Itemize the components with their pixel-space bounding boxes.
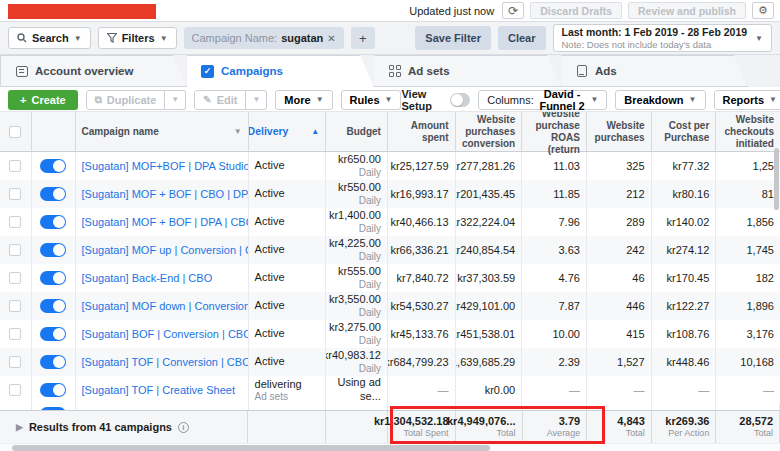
header-amount-spent[interactable]: Amount spent [388, 112, 456, 151]
campaign-name-cell: [Sugatan] BOF | Conversion | CBO [76, 320, 249, 348]
campaign-name-link[interactable]: [Sugatan] MOF up | Conversion | CBO [82, 244, 249, 256]
header-purchases-conversion-value[interactable]: Website purchases conversion [456, 112, 523, 151]
duplicate-button[interactable]: ⧉ Duplicate [86, 90, 166, 110]
more-dropdown[interactable]: More ▼ [275, 90, 332, 110]
edit-button[interactable]: ✎ Edit [194, 90, 246, 110]
select-all-checkbox[interactable] [9, 126, 21, 138]
add-filter-button[interactable]: + [351, 27, 375, 49]
edit-caret-button[interactable]: ▼ [246, 90, 267, 110]
ads-icon [575, 65, 588, 78]
tab-ads[interactable]: Ads [561, 55, 748, 87]
horizontal-scrollbar-thumb[interactable] [12, 445, 490, 451]
save-filter-button[interactable]: Save Filter [415, 26, 491, 50]
budget-value: kr4,225.00 [329, 237, 381, 251]
row-checkbox[interactable] [9, 356, 21, 368]
row-toggle-cell [32, 320, 76, 348]
columns-dropdown[interactable]: Columns: David - Funnel 2 ▼ [478, 90, 607, 110]
budget-type: Daily [359, 363, 381, 376]
breakdown-label: Breakdown [624, 94, 683, 106]
campaign-name-link[interactable]: [Sugatan] MOF + BOF | DPA | CBO | Worldw… [82, 216, 249, 228]
breakdown-dropdown[interactable]: Breakdown ▼ [615, 90, 705, 110]
row-checkbox[interactable] [9, 272, 21, 284]
campaign-name-link[interactable]: [Sugatan] TOF | Creative Sheet [82, 384, 235, 396]
tab-campaigns[interactable]: ✓ Campaigns [187, 55, 374, 87]
create-button[interactable]: + Create [8, 90, 78, 110]
vertical-scrollbar-thumb[interactable] [774, 148, 779, 210]
campaign-toggle[interactable] [40, 243, 66, 257]
header-label: Website purchases [593, 120, 645, 144]
campaign-toggle[interactable] [40, 327, 66, 341]
review-and-publish-button[interactable]: Review and publish [628, 2, 746, 19]
budget-value: kr555.00 [338, 265, 381, 279]
campaign-toggle[interactable] [40, 159, 66, 173]
tab-ad-sets[interactable]: Ad sets [374, 55, 561, 87]
tab-account-overview[interactable]: Account overview [0, 55, 187, 87]
delivery-status: Active [255, 243, 320, 257]
purchases-cell: 242 [587, 236, 652, 264]
toolbar-right: View Setup Columns: David - Funnel 2 ▼ B… [401, 88, 780, 112]
campaign-toggle[interactable] [40, 271, 66, 285]
duplicate-icon: ⧉ [95, 94, 102, 106]
discard-drafts-button[interactable]: Discard Drafts [530, 2, 622, 19]
campaign-toggle[interactable] [40, 383, 66, 397]
header-delivery[interactable]: Delivery ▲ [249, 112, 327, 151]
duplicate-button-group: ⧉ Duplicate ▼ [86, 90, 187, 110]
settings-button[interactable]: ⚙ [752, 2, 774, 19]
header-checkouts-initiated[interactable]: Website checkouts initiated [716, 112, 780, 151]
search-dropdown[interactable]: Search ▼ [8, 27, 91, 49]
campaign-name-link[interactable]: [Sugatan] MOF + BOF | CBO | DPA UGC | [82, 188, 249, 200]
conversion-value-cell: kr1,639,685.29 [456, 348, 523, 376]
reports-dropdown[interactable]: Reports ▼ [714, 90, 780, 110]
row-checkbox[interactable] [9, 160, 21, 172]
chevron-down-icon: ▼ [160, 34, 168, 43]
duplicate-caret-button[interactable]: ▼ [165, 90, 186, 110]
date-range-dropdown[interactable]: Last month: 1 Feb 2019 - 28 Feb 2019 Not… [553, 24, 773, 52]
view-setup-toggle[interactable] [450, 93, 470, 107]
footer-average-roas: 3.79 Average [523, 411, 588, 443]
campaign-toggle[interactable] [40, 299, 66, 313]
cost-per-purchase-cell: kr140.02 [652, 208, 717, 236]
header-website-purchases[interactable]: Website purchases [587, 112, 652, 151]
results-summary[interactable]: ▶ Results from 41 campaigns i [0, 411, 248, 443]
horizontal-scrollbar[interactable] [0, 443, 780, 451]
campaign-toggle[interactable] [40, 355, 66, 369]
row-checkbox[interactable] [9, 384, 21, 396]
campaign-toggle[interactable] [40, 215, 66, 229]
row-checkbox[interactable] [9, 188, 21, 200]
campaign-toggle[interactable] [40, 187, 66, 201]
campaign-toggle[interactable] [40, 407, 66, 410]
header-cost-per-purchase[interactable]: Cost per Purchase [652, 112, 717, 151]
row-checkbox[interactable] [9, 300, 21, 312]
purchases-cell: 446 [587, 292, 652, 320]
clear-filter-button[interactable]: Clear [498, 26, 546, 50]
campaign-name-link[interactable]: [Sugatan] MOF+BOF | DPA Studio | CBO | [82, 160, 249, 172]
header-label: Website checkouts initiated [722, 114, 774, 150]
remove-filter-icon[interactable]: ✕ [327, 33, 335, 44]
filters-dropdown[interactable]: Filters ▼ [98, 27, 177, 49]
row-checkbox[interactable] [9, 244, 21, 256]
total-value: kr269.36 [665, 415, 709, 429]
delivery-status: Active [255, 327, 320, 341]
rules-dropdown[interactable]: Rules ▼ [341, 90, 402, 110]
campaign-name-link[interactable]: [Sugatan] MOF down | Conversion | CBO [82, 300, 249, 312]
refresh-button[interactable]: ⟳ [502, 2, 524, 19]
header-purchase-roas[interactable]: Website purchase ROAS (return [522, 112, 587, 151]
campaign-name-link[interactable]: [Sugatan] BOF | Conversion | CBO [82, 328, 249, 340]
budget-cell: kr3,550.00Daily [326, 292, 388, 320]
header-budget[interactable]: Budget [326, 112, 388, 151]
checkouts-cell: 1,896 [716, 292, 780, 320]
expand-icon[interactable]: ▶ [16, 422, 23, 432]
chevron-down-icon: ▼ [755, 34, 763, 43]
header-campaign-name[interactable]: Campaign name ▼ [76, 112, 249, 151]
row-checkbox[interactable] [9, 328, 21, 340]
purchases-cell: 1,527 [587, 348, 652, 376]
filter-chip-campaign-name[interactable]: Campaign Name: sugatan ✕ [184, 27, 344, 49]
campaign-name-link[interactable]: [Sugatan] Back-End | CBO [82, 272, 213, 284]
campaign-name-cell: [Sugatan] MOF + BOF | CBO | DPA UGC | [76, 180, 249, 208]
purchases-cell: 415 [587, 320, 652, 348]
table-footer-row: ▶ Results from 41 campaigns i kr1,304,53… [0, 410, 780, 443]
row-checkbox[interactable] [9, 216, 21, 228]
table-body: [Sugatan] MOF+BOF | DPA Studio | CBO | A… [0, 152, 780, 404]
tab-label: Account overview [35, 65, 133, 77]
campaign-name-link[interactable]: [Sugatan] TOF | Conversion | CBO [82, 356, 249, 368]
